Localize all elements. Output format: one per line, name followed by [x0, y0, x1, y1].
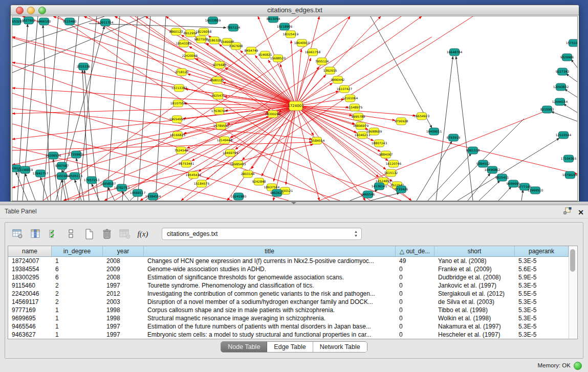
- table-cell: 0: [396, 265, 434, 273]
- graph-node-label: 18325419: [283, 32, 299, 36]
- table-cell: 2: [52, 290, 103, 298]
- graph-node-label: 9375685: [213, 63, 227, 67]
- graph-node-label: 11548975: [347, 105, 363, 109]
- graph-edge-black: [25, 173, 35, 201]
- table-cell: Nakamura et al. (1997): [434, 322, 515, 331]
- graph-edge-black: [442, 119, 524, 201]
- graph-node-label: 16985493: [230, 162, 246, 166]
- row-height-icon[interactable]: [65, 228, 77, 240]
- graph-node-label: 9397587: [55, 164, 69, 167]
- attribute-table: namein_degreeyeartitle△ out_de...shortpa…: [8, 246, 578, 339]
- memory-ok-icon[interactable]: [574, 362, 582, 370]
- graph-node-label: 9329966: [560, 55, 574, 59]
- network-canvas[interactable]: 8860123891295418226058982750818543382224…: [12, 16, 578, 201]
- graph-node-label: 8215953: [540, 107, 554, 111]
- table-settings-icon[interactable]: [11, 228, 24, 240]
- table-row[interactable]: 946362711997Embryonic stem cells: a mode…: [8, 331, 569, 339]
- network-graph[interactable]: 8860123891295418226058982750818543382224…: [12, 16, 577, 201]
- graph-node-label: 22420046: [182, 54, 198, 57]
- divider-collapse-handle[interactable]: [291, 202, 296, 204]
- split-pane-divider[interactable]: [0, 202, 588, 205]
- graph-node-label: 8454749: [245, 49, 258, 52]
- graph-node-label: 10790298: [562, 173, 577, 177]
- table-row[interactable]: 969969511998Structural magnetic resonanc…: [8, 314, 569, 322]
- table-row[interactable]: 946554611997Estimation of the future num…: [8, 322, 569, 331]
- scrollbar-thumb[interactable]: [570, 249, 575, 272]
- graph-node-label: 19218906: [277, 25, 293, 28]
- graph-node-label: 8580225: [210, 78, 224, 82]
- column-header-short[interactable]: short: [434, 246, 515, 256]
- table-cell: 2003: [103, 298, 144, 306]
- table-cell: de Silva et al. (2003): [434, 298, 515, 306]
- column-header-out_de[interactable]: △ out_de...: [396, 246, 434, 256]
- table-cell: 6: [52, 273, 103, 281]
- table-row[interactable]: 911546021997Tourette syndrome. Phenomeno…: [8, 281, 569, 290]
- graph-node-label: 10241980: [231, 194, 247, 198]
- graph-node-label: 16107427: [337, 87, 353, 91]
- graph-edge-black: [107, 16, 120, 201]
- column-header-year[interactable]: year: [103, 246, 144, 256]
- table-cell: Tourette syndrome. Phenomenology and cla…: [144, 281, 396, 290]
- tab-network-table[interactable]: Network Table: [313, 342, 367, 352]
- float-panel-icon[interactable]: [563, 207, 572, 217]
- table-row[interactable]: 1872400712008Changes of HCN gene express…: [8, 257, 569, 265]
- table-cell: 1: [52, 257, 103, 265]
- column-header-name[interactable]: name: [8, 246, 52, 256]
- graph-node-label: 7925471: [211, 94, 225, 97]
- table-cell: 14569117: [8, 298, 52, 306]
- table-row[interactable]: 977716911998Corpus callosum shape and si…: [8, 306, 569, 314]
- graph-edge-black: [479, 181, 500, 201]
- graph-node-label: 12093832: [553, 85, 569, 89]
- close-panel-icon[interactable]: ✕: [578, 209, 584, 216]
- graph-node-label: 8860123: [169, 30, 183, 33]
- delete-icon[interactable]: [101, 228, 113, 240]
- table-row[interactable]: 1938455462009Genome-wide association stu…: [8, 265, 569, 273]
- function-builder-icon[interactable]: f(x): [137, 228, 149, 240]
- table-cell: 1: [52, 331, 103, 339]
- graph-node-label: 1615132: [384, 171, 398, 174]
- table-cell: 5.3E-5: [515, 331, 569, 339]
- graph-node-label: 10469799: [223, 151, 238, 155]
- graph-node-label: 8186328: [208, 38, 222, 42]
- graph-node-label: 19545434: [186, 173, 202, 177]
- table-cell: 1: [52, 322, 103, 331]
- graph-node-label: 12444154: [552, 100, 568, 103]
- table-cell: 5.3E-5: [515, 314, 569, 322]
- new-table-icon[interactable]: [83, 228, 95, 240]
- table-cell: 1: [52, 314, 103, 322]
- table-panel-title: Table Panel: [5, 208, 37, 215]
- table-row[interactable]: 1456911722003Disruption of a novel membe…: [8, 298, 569, 306]
- graph-node-label: 12505115: [67, 174, 83, 178]
- column-header-title[interactable]: title: [144, 246, 396, 256]
- graph-node-label: 2803144: [241, 172, 255, 176]
- window-titlebar[interactable]: citations_edges.txt: [11, 5, 579, 15]
- window-title: citations_edges.txt: [11, 6, 579, 14]
- graph-node-label: 16958107: [100, 182, 116, 185]
- tab-edge-table[interactable]: Edge Table: [267, 342, 313, 352]
- graph-edge-black: [566, 74, 577, 82]
- table-cell: Hescheler et al. (1997): [434, 331, 515, 339]
- table-row[interactable]: 1830029562008Estimation of significance …: [8, 273, 569, 281]
- table-row[interactable]: 2242004622012Investigating the contribut…: [8, 290, 569, 298]
- graph-node-label: 1733426: [395, 187, 408, 191]
- show-columns-icon[interactable]: [29, 228, 41, 240]
- table-vertical-scrollbar[interactable]: [569, 246, 577, 339]
- graph-node-label: 7524542: [175, 148, 188, 152]
- graph-node-label: 10496862: [485, 168, 500, 171]
- graph-node-label: 19654955: [169, 117, 185, 121]
- select-rows-icon[interactable]: [47, 228, 59, 240]
- graph-node-label: 9361518: [466, 148, 480, 152]
- table-cell: 0: [396, 290, 434, 298]
- table-cell: 2: [52, 281, 103, 290]
- graph-node-label: 17359926: [69, 152, 84, 156]
- graph-node-label: 9384512: [476, 162, 490, 165]
- column-header-pagerank[interactable]: pagerank: [515, 246, 569, 256]
- tab-node-table[interactable]: Node Table: [221, 342, 267, 352]
- graph-edge-black: [498, 187, 511, 201]
- graph-node-label: 16409011: [426, 129, 442, 133]
- graph-edge-red: [130, 16, 411, 201]
- table-panel-header: Table Panel ✕: [0, 205, 588, 218]
- graph-node-label: 9227343: [556, 70, 570, 73]
- table-select-dropdown[interactable]: citations_edges.txt ▲▼: [162, 228, 362, 240]
- column-header-in_degree[interactable]: in_degree: [52, 246, 103, 256]
